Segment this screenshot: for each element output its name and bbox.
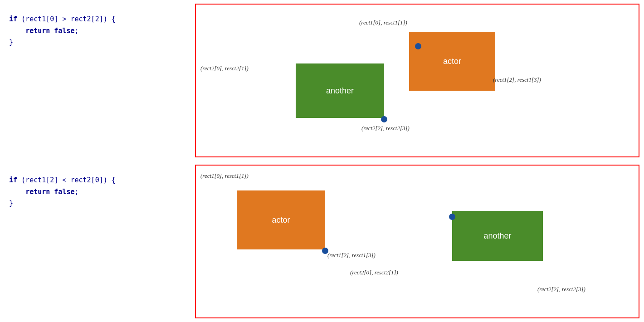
top-coord-rect2-br: (rect2[2], resct2[3]) [361, 125, 410, 132]
bottom-dot-1 [322, 248, 328, 254]
bottom-actor-label: actor [272, 215, 290, 225]
top-coord-rect2-tl: (rect2[0], resct2[1]) [200, 65, 249, 72]
top-dot-2 [381, 116, 387, 122]
top-actor-box: actor [409, 32, 495, 91]
top-another-label: another [326, 86, 354, 96]
top-coord-rect1-tl: (rect1[0], resct1[1]) [359, 19, 407, 26]
bottom-row: if (rect1[2] < rect2[0]) { return false;… [0, 161, 644, 322]
top-code-block: if (rect1[0] > rect2[2]) { return false;… [9, 14, 116, 49]
bottom-dot-2 [449, 214, 455, 220]
top-code-panel: if (rect1[0] > rect2[2]) { return false;… [0, 0, 195, 161]
bottom-coord-rect1-br: (rect1[2], resct1[3]) [327, 252, 376, 259]
top-another-box: another [296, 63, 384, 118]
bottom-another-label: another [483, 231, 511, 241]
bottom-diagram-panel: actor another (rect1[0], resct1[1]) (rec… [195, 165, 639, 318]
top-dot-1 [415, 43, 421, 49]
bottom-another-box: another [452, 211, 543, 261]
bottom-code-panel: if (rect1[2] < rect2[0]) { return false;… [0, 161, 195, 322]
top-coord-rect1-br: (rect1[2], resct1[3]) [493, 76, 541, 83]
bottom-coord-rect1-tl: (rect1[0], resct1[1]) [200, 172, 249, 180]
top-diagram-panel: actor another (rect1[0], resct1[1]) (rec… [195, 4, 639, 157]
bottom-coord-rect2-tl: (rect2[0], resct2[1]) [350, 269, 398, 276]
bottom-code-block: if (rect1[2] < rect2[0]) { return false;… [9, 175, 116, 210]
bottom-coord-rect2-br: (rect2[2], resct2[3]) [537, 286, 585, 293]
top-actor-label: actor [443, 57, 461, 66]
bottom-actor-box: actor [237, 190, 325, 249]
top-row: if (rect1[0] > rect2[2]) { return false;… [0, 0, 644, 161]
